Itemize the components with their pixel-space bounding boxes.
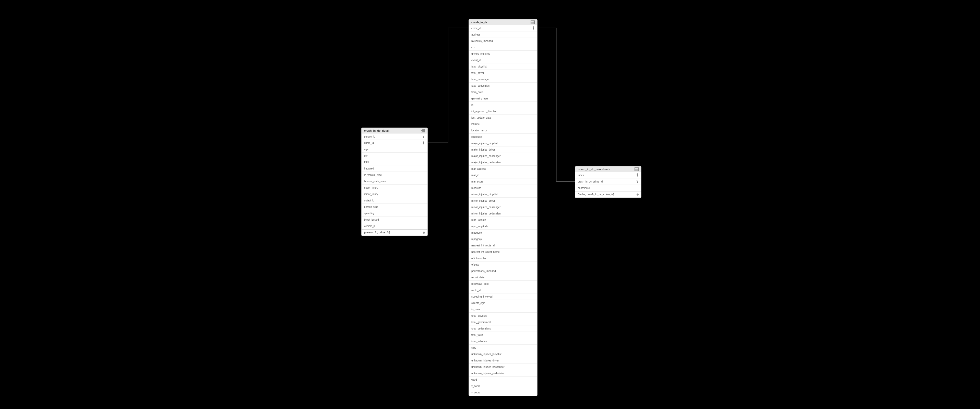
field-unknown_injuries_bicyclist[interactable]: unknown_injuries_bicyclist xyxy=(469,351,537,357)
field-mar_address[interactable]: mar_address xyxy=(469,166,537,172)
field-ccn[interactable]: ccn xyxy=(469,44,537,51)
field-ticket_issued[interactable]: ticket_issued xyxy=(361,217,428,223)
field-total_pedestrians[interactable]: total_pedestrians xyxy=(469,326,537,332)
field-ward[interactable]: ward xyxy=(469,377,537,383)
field-major_injuries_driver[interactable]: major_injuries_driver xyxy=(469,147,537,153)
field-label: fatal_bicyclist xyxy=(471,65,535,68)
table-header[interactable]: crash_in_dc xyxy=(469,19,537,25)
field-impaired[interactable]: impaired xyxy=(361,165,428,172)
field-mpdgeoy[interactable]: mpdgeoy xyxy=(469,236,537,242)
field-major_injuries_bicyclist[interactable]: major_injuries_bicyclist xyxy=(469,140,537,147)
field-crime_id[interactable]: crime_id xyxy=(469,25,537,32)
field-unknown_injuries_pedestrian[interactable]: unknown_injuries_pedestrian xyxy=(469,370,537,377)
field-report_date[interactable]: report_date xyxy=(469,274,537,281)
field-latitude[interactable]: latitude xyxy=(469,121,537,127)
table-header[interactable]: crash_in_dc_detail xyxy=(361,128,428,133)
index-row[interactable]: (person_id, crime_id) xyxy=(361,229,428,236)
field-total_taxis[interactable]: total_taxis xyxy=(469,332,537,338)
field-coordinate[interactable]: coordinate xyxy=(575,185,641,191)
field-int_approach_direction[interactable]: int_approach_direction xyxy=(469,108,537,115)
field-fatal_bicyclist[interactable]: fatal_bicyclist xyxy=(469,63,537,70)
field-mpdgeox[interactable]: mpdgeox xyxy=(469,230,537,236)
field-speeding_involved[interactable]: speeding_involved xyxy=(469,294,537,300)
table-crash_in_dc[interactable]: crash_in_dccrime_idaddressbicyclists_imp… xyxy=(469,19,538,396)
index-label: (person_id, crime_id) xyxy=(364,231,390,234)
field-pedestrians_impaired[interactable]: pedestrians_impaired xyxy=(469,268,537,274)
diagram-canvas[interactable]: crash_in_dc_detailperson_idcrime_idagecc… xyxy=(0,0,980,409)
field-crash_in_dc_crime_id[interactable]: crash_in_dc_crime_id xyxy=(575,179,641,185)
field-bicyclists_impaired[interactable]: bicyclists_impaired xyxy=(469,38,537,44)
field-ccn[interactable]: ccn xyxy=(361,153,428,159)
field-fatal_pedestrian[interactable]: fatal_pedestrian xyxy=(469,83,537,89)
field-minor_injury[interactable]: minor_injury xyxy=(361,191,428,197)
field-last_update_date[interactable]: last_update_date xyxy=(469,115,537,121)
field-in_vehicle_type[interactable]: in_vehicle_type xyxy=(361,172,428,178)
field-location_error[interactable]: location_error xyxy=(469,127,537,134)
field-id[interactable]: id xyxy=(469,102,537,108)
table-header[interactable]: crash_in_dc_coordinate xyxy=(575,166,641,172)
field-label: ticket_issued xyxy=(364,218,425,221)
field-unknown_injuries_driver[interactable]: unknown_injuries_driver xyxy=(469,357,537,364)
field-offintersection[interactable]: offintersection xyxy=(469,255,537,262)
field-label: license_plate_state xyxy=(364,180,425,183)
field-fatal[interactable]: fatal xyxy=(361,159,428,165)
table-crash_in_dc_detail[interactable]: crash_in_dc_detailperson_idcrime_idagecc… xyxy=(361,128,428,236)
field-label: minor_injuries_pedestrian xyxy=(471,212,535,215)
field-label: impaired xyxy=(364,167,425,170)
field-crime_id[interactable]: crime_id xyxy=(361,140,428,146)
field-offsets[interactable]: offsets xyxy=(469,262,537,268)
svg-point-12 xyxy=(637,174,638,174)
field-longitude[interactable]: longitude xyxy=(469,134,537,140)
table-grid-icon[interactable] xyxy=(531,21,535,24)
field-to_date[interactable]: to_date xyxy=(469,306,537,313)
table-crash_in_dc_coordinate[interactable]: crash_in_dc_coordinateindexcrash_in_dc_c… xyxy=(575,166,641,198)
field-roadways_egid[interactable]: roadways_egid xyxy=(469,281,537,287)
field-label: report_date xyxy=(471,276,535,279)
field-label: person_type xyxy=(364,206,425,208)
field-major_injury[interactable]: major_injury xyxy=(361,185,428,191)
field-vehicle_id[interactable]: vehicle_id xyxy=(361,223,428,229)
field-fatal_passenger[interactable]: fatal_passenger xyxy=(469,76,537,83)
field-major_injuries_pedestrian[interactable]: major_injuries_pedestrian xyxy=(469,159,537,166)
field-label: unknown_injuries_driver xyxy=(471,359,535,362)
table-grid-icon[interactable] xyxy=(635,168,639,171)
field-label: mpdgeoy xyxy=(471,238,535,241)
field-person_type[interactable]: person_type xyxy=(361,204,428,210)
field-nearest_int_street_name[interactable]: nearest_int_street_name xyxy=(469,249,537,255)
field-minor_injuries_driver[interactable]: minor_injuries_driver xyxy=(469,198,537,204)
field-total_bicycles[interactable]: total_bicycles xyxy=(469,313,537,319)
field-unknown_injuries_passenger[interactable]: unknown_injuries_passenger xyxy=(469,364,537,370)
field-minor_injuries_pedestrian[interactable]: minor_injuries_pedestrian xyxy=(469,210,537,217)
field-geometry_type[interactable]: geometry_type xyxy=(469,95,537,102)
field-x_coord[interactable]: x_coord xyxy=(469,383,537,389)
field-mar_id[interactable]: mar_id xyxy=(469,172,537,179)
index-row[interactable]: (index, crash_in_dc_crime_id) xyxy=(575,191,641,198)
field-route_id[interactable]: route_id xyxy=(469,287,537,294)
field-person_id[interactable]: person_id xyxy=(361,133,428,140)
field-speeding[interactable]: speeding xyxy=(361,210,428,217)
field-minor_injuries_bicyclist[interactable]: minor_injuries_bicyclist xyxy=(469,191,537,198)
field-object_id[interactable]: object_id xyxy=(361,197,428,204)
field-streets_egid[interactable]: streets_egid xyxy=(469,300,537,306)
field-license_plate_state[interactable]: license_plate_state xyxy=(361,178,428,185)
field-drivers_impaired[interactable]: drivers_impaired xyxy=(469,51,537,57)
field-address[interactable]: address xyxy=(469,32,537,38)
field-from_date[interactable]: from_date xyxy=(469,89,537,95)
field-mpd_longitude[interactable]: mpd_longitude xyxy=(469,223,537,230)
field-mar_score[interactable]: mar_score xyxy=(469,179,537,185)
field-major_injuries_passenger[interactable]: major_injuries_passenger xyxy=(469,153,537,159)
field-type[interactable]: type xyxy=(469,345,537,351)
field-age[interactable]: age xyxy=(361,146,428,153)
field-total_vehicles[interactable]: total_vehicles xyxy=(469,338,537,345)
field-y_coord[interactable]: y_coord xyxy=(469,389,537,396)
table-grid-icon[interactable] xyxy=(421,129,425,133)
field-fatal_driver[interactable]: fatal_driver xyxy=(469,70,537,76)
field-measure[interactable]: measure xyxy=(469,185,537,191)
field-total_government[interactable]: total_government xyxy=(469,319,537,326)
field-index[interactable]: index xyxy=(575,172,641,179)
field-mpd_latitude[interactable]: mpd_latitude xyxy=(469,217,537,223)
field-label: streets_egid xyxy=(471,302,535,304)
field-event_id[interactable]: event_id xyxy=(469,57,537,63)
field-nearest_int_route_id[interactable]: nearest_int_route_id xyxy=(469,242,537,249)
field-minor_injuries_passenger[interactable]: minor_injuries_passenger xyxy=(469,204,537,210)
